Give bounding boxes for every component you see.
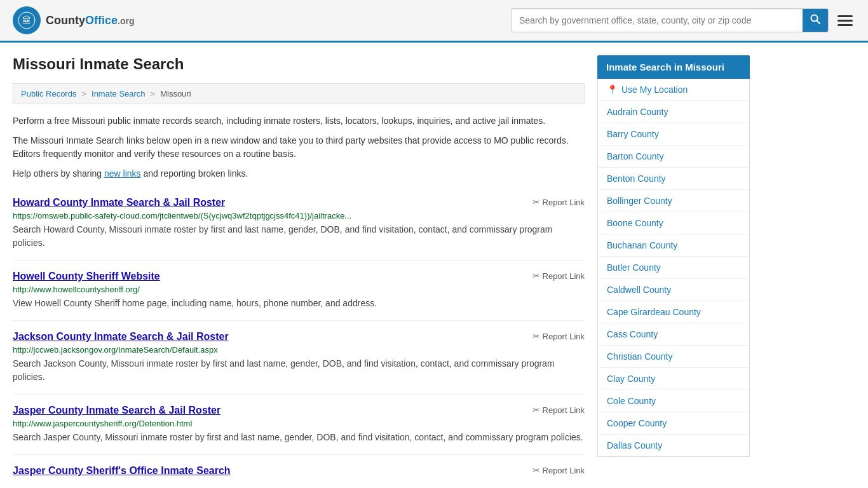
sidebar-item-benton[interactable]: Benton County: [598, 168, 749, 190]
report-link-4[interactable]: ✂ Report Link: [532, 405, 585, 415]
result-desc-1: Search Howard County, Missouri inmate ro…: [13, 223, 585, 250]
county-link-boone[interactable]: Boone County: [607, 218, 663, 228]
county-link-audrain[interactable]: Audrain County: [607, 107, 668, 117]
county-link-bollinger[interactable]: Bollinger County: [607, 196, 672, 206]
result-item-4: Jasper County Inmate Search & Jail Roste…: [13, 394, 585, 454]
county-link-dallas[interactable]: Dallas County: [607, 440, 662, 451]
report-link-5[interactable]: ✂ Report Link: [532, 465, 585, 475]
result-item-3: Jackson County Inmate Search & Jail Rost…: [13, 320, 585, 394]
result-desc-3: Search Jackson County, Missouri inmate r…: [13, 357, 585, 384]
result-header-1: Howard County Inmate Search & Jail Roste…: [13, 197, 585, 208]
sidebar-location[interactable]: 📍 Use My Location: [598, 79, 749, 101]
result-item-2: Howell County Sheriff Website ✂ Report L…: [13, 260, 585, 320]
description-p3-before: Help others by sharing: [13, 168, 104, 179]
county-link-caldwell[interactable]: Caldwell County: [607, 285, 671, 295]
county-link-cole[interactable]: Cole County: [607, 396, 656, 406]
description-p3-after: and reporting broken links.: [141, 168, 248, 179]
sidebar-item-cole[interactable]: Cole County: [598, 390, 749, 412]
breadcrumb-inmate-search[interactable]: Inmate Search: [92, 89, 146, 98]
county-link-butler[interactable]: Butler County: [607, 262, 661, 273]
svg-text:🏛: 🏛: [22, 15, 31, 25]
sidebar: Inmate Search in Missouri 📍 Use My Locat…: [597, 55, 750, 488]
results-list: Howard County Inmate Search & Jail Roste…: [13, 187, 585, 488]
result-title-2[interactable]: Howell County Sheriff Website: [13, 271, 160, 282]
report-icon-4: ✂: [532, 405, 540, 415]
sidebar-item-barry[interactable]: Barry County: [598, 123, 749, 146]
report-link-2[interactable]: ✂ Report Link: [532, 271, 585, 281]
county-link-cooper[interactable]: Cooper County: [607, 418, 667, 428]
report-icon-1: ✂: [532, 197, 540, 207]
sidebar-item-caldwell[interactable]: Caldwell County: [598, 279, 749, 301]
header-right: [511, 8, 855, 32]
result-title-5[interactable]: Jasper County Sheriff's Office Inmate Se…: [13, 465, 231, 477]
result-header-2: Howell County Sheriff Website ✂ Report L…: [13, 271, 585, 282]
result-desc-4: Search Jasper County, Missouri inmate ro…: [13, 431, 585, 444]
sidebar-item-cooper[interactable]: Cooper County: [598, 412, 749, 435]
svg-line-3: [817, 21, 820, 24]
report-label-3: Report Link: [543, 332, 585, 341]
breadcrumb-public-records[interactable]: Public Records: [21, 89, 76, 98]
county-link-barton[interactable]: Barton County: [607, 151, 664, 161]
result-url-3[interactable]: http://jccweb.jacksongov.org/InmateSearc…: [13, 345, 585, 355]
search-button[interactable]: [803, 9, 828, 32]
breadcrumb: Public Records > Inmate Search > Missour…: [13, 83, 585, 104]
result-item-1: Howard County Inmate Search & Jail Roste…: [13, 187, 585, 260]
result-desc-2: View Howell County Sheriff home page, in…: [13, 297, 585, 310]
sidebar-item-clay[interactable]: Clay County: [598, 368, 749, 390]
breadcrumb-sep-2: >: [151, 89, 156, 98]
result-header-4: Jasper County Inmate Search & Jail Roste…: [13, 405, 585, 416]
header: 🏛 CountyOffice.org: [0, 0, 868, 43]
result-url-1[interactable]: https://omsweb.public-safety-cloud.com/j…: [13, 211, 585, 220]
logo-area: 🏛 CountyOffice.org: [13, 6, 134, 34]
report-icon-2: ✂: [532, 271, 540, 281]
use-my-location-link[interactable]: Use My Location: [621, 85, 688, 95]
county-link-buchanan[interactable]: Buchanan County: [607, 240, 677, 250]
sidebar-item-butler[interactable]: Butler County: [598, 257, 749, 279]
sidebar-item-cass[interactable]: Cass County: [598, 323, 749, 346]
breadcrumb-missouri: Missouri: [160, 89, 191, 98]
main-container: Missouri Inmate Search Public Records > …: [0, 43, 868, 488]
sidebar-item-bollinger[interactable]: Bollinger County: [598, 190, 749, 212]
menu-button[interactable]: [835, 13, 855, 29]
sidebar-title: Inmate Search in Missouri: [597, 55, 750, 79]
sidebar-item-barton[interactable]: Barton County: [598, 146, 749, 168]
search-bar: [511, 8, 829, 32]
sidebar-item-boone[interactable]: Boone County: [598, 212, 749, 234]
county-link-christian[interactable]: Christian County: [607, 351, 673, 362]
sidebar-item-audrain[interactable]: Audrain County: [598, 101, 749, 123]
sidebar-item-christian[interactable]: Christian County: [598, 346, 749, 368]
result-title-1[interactable]: Howard County Inmate Search & Jail Roste…: [13, 197, 225, 208]
county-link-barry[interactable]: Barry County: [607, 129, 659, 139]
logo-text: CountyOffice.org: [46, 14, 134, 27]
report-icon-3: ✂: [532, 331, 540, 341]
result-header-3: Jackson County Inmate Search & Jail Rost…: [13, 331, 585, 342]
sidebar-list: 📍 Use My Location Audrain County Barry C…: [597, 79, 750, 457]
report-label-5: Report Link: [543, 466, 585, 475]
report-label-2: Report Link: [543, 271, 585, 281]
result-title-4[interactable]: Jasper County Inmate Search & Jail Roste…: [13, 405, 220, 416]
location-icon: 📍: [607, 85, 618, 95]
report-icon-5: ✂: [532, 465, 540, 475]
content-area: Missouri Inmate Search Public Records > …: [13, 55, 585, 488]
result-header-5: Jasper County Sheriff's Office Inmate Se…: [13, 465, 585, 477]
search-input[interactable]: [512, 10, 803, 30]
county-link-clay[interactable]: Clay County: [607, 374, 655, 384]
logo-icon: 🏛: [13, 6, 41, 34]
report-link-3[interactable]: ✂ Report Link: [532, 331, 585, 341]
breadcrumb-sep-1: >: [81, 89, 86, 98]
sidebar-item-cape-girardeau[interactable]: Cape Girardeau County: [598, 301, 749, 323]
county-link-benton[interactable]: Benton County: [607, 173, 666, 184]
report-link-1[interactable]: ✂ Report Link: [532, 197, 585, 207]
sidebar-item-dallas[interactable]: Dallas County: [598, 435, 749, 456]
description-p3: Help others by sharing new links and rep…: [13, 167, 585, 180]
county-link-cass[interactable]: Cass County: [607, 329, 658, 339]
result-url-2[interactable]: http://www.howellcountysheriff.org/: [13, 285, 585, 294]
description-p2: The Missouri Inmate Search links below o…: [13, 134, 585, 161]
result-item-5: Jasper County Sheriff's Office Inmate Se…: [13, 454, 585, 488]
result-title-3[interactable]: Jackson County Inmate Search & Jail Rost…: [13, 331, 229, 342]
new-links-link[interactable]: new links: [104, 168, 141, 179]
result-url-4[interactable]: http://www.jaspercountysheriff.org/Deten…: [13, 419, 585, 428]
sidebar-item-buchanan[interactable]: Buchanan County: [598, 234, 749, 257]
page-title: Missouri Inmate Search: [13, 55, 585, 73]
county-link-cape-girardeau[interactable]: Cape Girardeau County: [607, 307, 701, 317]
